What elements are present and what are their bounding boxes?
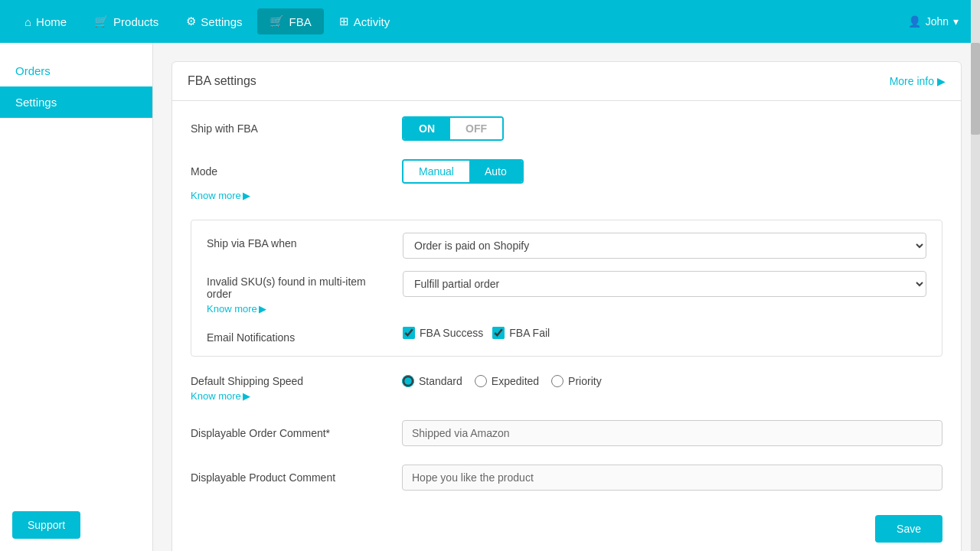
mode-auto-button[interactable]: Auto — [469, 161, 522, 182]
know-more-mode-icon: ▶ — [243, 190, 250, 201]
radio-standard[interactable] — [402, 375, 414, 387]
top-navbar: ⌂ Home 🛒 Products ⚙ Settings 🛒 FBA ⊞ Act… — [0, 0, 980, 43]
know-more-shipping-link[interactable]: Know more ▶ — [191, 390, 942, 402]
radio-standard-text: Standard — [419, 375, 462, 387]
know-more-shipping-icon: ▶ — [243, 390, 250, 402]
know-more-mode-label: Know more — [191, 190, 241, 201]
user-icon: 👤 — [908, 15, 921, 28]
fba-fail-label: FBA Fail — [509, 327, 550, 339]
email-notifications-control: FBA Success FBA Fail — [403, 327, 926, 339]
invalid-sku-row: Invalid SKU(s) found in multi-item order… — [207, 271, 926, 315]
ship-with-fba-row: Ship with FBA ON OFF — [191, 116, 942, 141]
email-checkboxes: FBA Success FBA Fail — [403, 327, 926, 339]
save-row: Save — [191, 509, 942, 549]
order-comment-row: Displayable Order Comment* — [191, 420, 942, 446]
know-more-sku-icon: ▶ — [259, 303, 266, 315]
nav-activity-label: Activity — [354, 15, 390, 28]
mode-row: Mode Manual Auto Know more ▶ — [191, 159, 942, 201]
sidebar-item-orders[interactable]: Orders — [0, 55, 152, 86]
email-notifications-label: Email Notifications — [207, 327, 390, 344]
order-comment-label: Displayable Order Comment* — [191, 427, 390, 439]
fba-success-checkbox-label[interactable]: FBA Success — [403, 327, 483, 339]
nav-home[interactable]: ⌂ Home — [12, 9, 79, 34]
radio-standard-label[interactable]: Standard — [402, 375, 462, 387]
toggle-on-button[interactable]: ON — [403, 118, 450, 139]
arrow-right-icon: ▶ — [937, 75, 946, 87]
chevron-down-icon: ▾ — [953, 15, 959, 28]
mode-manual-button[interactable]: Manual — [403, 161, 469, 182]
user-name: John — [926, 15, 949, 28]
fba-success-label: FBA Success — [420, 327, 483, 339]
support-button[interactable]: Support — [12, 511, 80, 539]
shipping-speed-section: Default Shipping Speed Standard Expedite… — [191, 375, 942, 402]
order-comment-input[interactable] — [402, 420, 942, 446]
know-more-shipping-label: Know more — [191, 390, 241, 402]
nav-products-label: Products — [113, 15, 158, 28]
know-more-sku-link[interactable]: Know more ▶ — [207, 303, 390, 315]
radio-priority-label[interactable]: Priority — [551, 375, 602, 387]
mode-label: Mode — [191, 165, 390, 178]
fba-fail-checkbox[interactable] — [492, 327, 505, 339]
radio-priority[interactable] — [551, 375, 564, 387]
shipping-speed-row: Default Shipping Speed Standard Expedite… — [191, 375, 942, 387]
scrollbar-track[interactable] — [971, 0, 980, 551]
radio-expedited-text: Expedited — [492, 375, 539, 387]
order-comment-control — [402, 420, 942, 446]
more-info-link[interactable]: More info ▶ — [890, 75, 946, 87]
ship-fba-toggle: ON OFF — [402, 116, 504, 141]
sidebar: Orders Settings — [0, 43, 153, 551]
scrollbar-thumb[interactable] — [971, 43, 980, 135]
radio-expedited-label[interactable]: Expedited — [475, 375, 539, 387]
products-icon: 🛒 — [94, 15, 109, 28]
ship-via-row: Ship via FBA when Order is paid on Shopi… — [207, 233, 926, 259]
ship-via-label: Ship via FBA when — [207, 233, 390, 249]
invalid-sku-control: Fulfill partial order Don't fulfill orde… — [403, 271, 926, 297]
main-content: FBA settings More info ▶ Ship with FBA O… — [153, 43, 980, 551]
nav-activity[interactable]: ⊞ Activity — [327, 8, 403, 34]
shipping-radios: Standard Expedited Priority — [402, 375, 942, 387]
mode-toggle: Manual Auto — [402, 159, 524, 184]
invalid-sku-label: Invalid SKU(s) found in multi-item order… — [207, 271, 390, 315]
user-menu[interactable]: 👤 John ▾ — [899, 9, 968, 34]
ship-via-dropdown[interactable]: Order is paid on Shopify Order is create… — [403, 233, 926, 259]
fba-success-checkbox[interactable] — [403, 327, 415, 339]
card-title: FBA settings — [188, 74, 256, 88]
ship-via-control: Order is paid on Shopify Order is create… — [403, 233, 926, 259]
nav-fba[interactable]: 🛒 FBA — [257, 8, 323, 34]
nav-products[interactable]: 🛒 Products — [82, 8, 171, 34]
page-layout: Orders Settings FBA settings More info ▶… — [0, 43, 980, 551]
product-comment-control — [402, 465, 942, 491]
know-more-sku-label: Know more — [207, 303, 257, 315]
nav-settings-label: Settings — [201, 15, 242, 28]
email-notifications-row: Email Notifications FBA Success FBA Fail — [207, 327, 926, 344]
radio-expedited[interactable] — [475, 375, 487, 387]
fba-icon: 🛒 — [270, 15, 284, 28]
shipping-speed-control: Standard Expedited Priority — [402, 375, 942, 387]
card-body: Ship with FBA ON OFF Mode Man — [172, 101, 961, 551]
mode-control: Manual Auto — [402, 159, 942, 184]
fba-fail-checkbox-label[interactable]: FBA Fail — [492, 327, 550, 339]
radio-priority-text: Priority — [568, 375, 602, 387]
know-more-mode-link[interactable]: Know more ▶ — [191, 190, 250, 201]
settings-icon: ⚙ — [186, 15, 196, 28]
nav-fba-label: FBA — [289, 15, 311, 28]
invalid-sku-dropdown[interactable]: Fulfill partial order Don't fulfill orde… — [403, 271, 926, 297]
ship-with-fba-label: Ship with FBA — [191, 122, 390, 135]
card-header: FBA settings More info ▶ — [172, 62, 961, 101]
activity-icon: ⊞ — [339, 15, 349, 28]
shipping-speed-label: Default Shipping Speed — [191, 375, 390, 387]
nav-home-label: Home — [36, 15, 67, 28]
sidebar-settings-label: Settings — [15, 96, 57, 109]
home-icon: ⌂ — [24, 15, 31, 28]
mode-inner: Mode Manual Auto — [191, 159, 942, 184]
fba-options-box: Ship via FBA when Order is paid on Shopi… — [191, 220, 942, 357]
product-comment-row: Displayable Product Comment — [191, 465, 942, 491]
sidebar-item-settings[interactable]: Settings — [0, 86, 152, 118]
product-comment-input[interactable] — [402, 465, 942, 491]
nav-settings[interactable]: ⚙ Settings — [174, 8, 254, 34]
product-comment-label: Displayable Product Comment — [191, 471, 390, 484]
more-info-label: More info — [890, 75, 934, 87]
sidebar-orders-label: Orders — [15, 64, 51, 77]
toggle-off-button[interactable]: OFF — [450, 118, 502, 139]
save-button[interactable]: Save — [875, 515, 942, 543]
